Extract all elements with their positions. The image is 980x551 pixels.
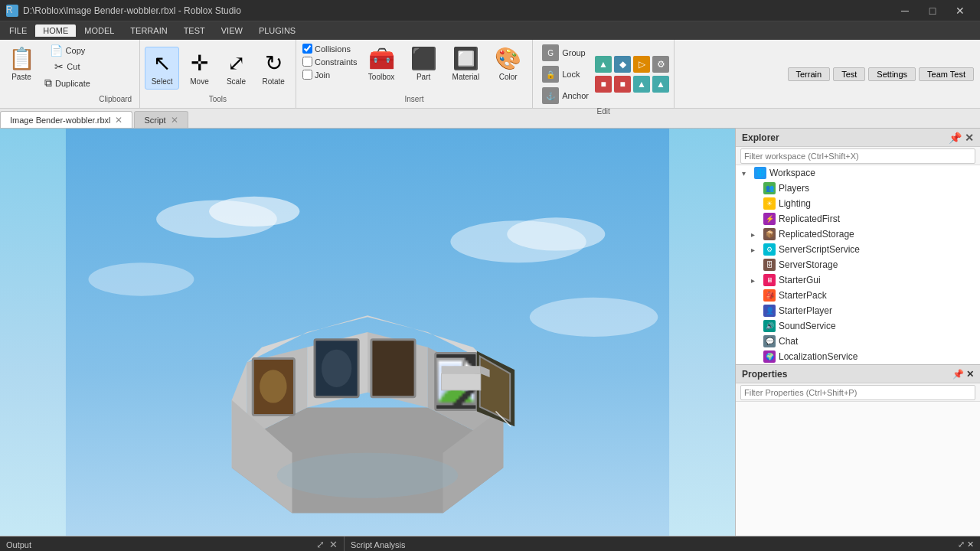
select-icon: ↖ [153, 51, 171, 76]
terrain-icon8[interactable]: ▲ [652, 76, 669, 93]
tree-item-starterplayer[interactable]: 👤StarterPlayer [736, 303, 980, 318]
tree-item-replicatedstorage[interactable]: ▸📦ReplicatedStorage [736, 227, 980, 242]
move-button[interactable]: ✛ Move [182, 47, 216, 89]
terrain-icon1[interactable]: ▲ [595, 56, 612, 73]
constraints-checkbox[interactable]: Constraints [301, 56, 359, 67]
tab-view[interactable]: VIEW [214, 24, 250, 37]
explorer-search-input[interactable] [740, 148, 975, 164]
terrain-icon3[interactable]: ▷ [633, 56, 650, 73]
output-expand-button[interactable]: ⤢ [316, 539, 325, 550]
lock-button[interactable]: 🔒 Lock [537, 64, 593, 84]
explorer-panel: Explorer 📌 ✕ ▾🌐Workspace 👥Players ☀Light… [736, 129, 980, 365]
tree-item-players[interactable]: 👥Players [736, 181, 980, 196]
tree-item-replicatedfirst[interactable]: ⚡ReplicatedFirst [736, 211, 980, 227]
tree-item-icon: 💬 [763, 335, 776, 347]
test-tab[interactable]: Test [833, 67, 865, 81]
collisions-checkbox[interactable]: Collisions [301, 43, 359, 54]
duplicate-icon: ⧉ [44, 77, 52, 90]
tree-item-soundservice[interactable]: 🔊SoundService [736, 318, 980, 334]
tab-document-1-label: Image Bender-wobbler.rbxl [10, 116, 110, 125]
terrain-icon2[interactable]: ◆ [614, 56, 631, 73]
output-close-button[interactable]: ✕ [329, 539, 338, 550]
paste-label: Paste [11, 73, 31, 81]
tree-item-starterpack[interactable]: 🎒StarterPack [736, 288, 980, 303]
select-button[interactable]: ↖ Select [145, 47, 180, 90]
tab-buttons-row: Terrain Test Settings Team Test [788, 67, 975, 81]
tree-item-label: ServerStorage [779, 259, 838, 270]
rotate-button[interactable]: ↻ Rotate [256, 47, 290, 89]
tab-document-1[interactable]: Image Bender-wobbler.rbxl ✕ [0, 111, 132, 128]
maximize-button[interactable]: □ [919, 0, 946, 21]
tree-item-label: StarterPlayer [779, 305, 832, 316]
toolbox-button[interactable]: 🧰 Toolbox [362, 43, 401, 84]
part-button[interactable]: ⬛ Part [404, 43, 443, 84]
group-icon: G [542, 44, 559, 61]
properties-pin-button[interactable]: 📌 [952, 369, 964, 380]
duplicate-button[interactable]: ⧉ Duplicate [40, 75, 95, 91]
tab-document-2-close[interactable]: ✕ [171, 115, 178, 126]
explorer-pin-button[interactable]: 📌 [949, 132, 962, 144]
minimize-button[interactable]: ─ [891, 0, 919, 21]
settings-tab[interactable]: Settings [868, 67, 916, 81]
collisions-input[interactable] [302, 44, 312, 54]
properties-close-button[interactable]: ✕ [966, 369, 974, 380]
close-button[interactable]: ✕ [946, 0, 974, 21]
tab-home[interactable]: HOME [35, 24, 76, 37]
script-analysis-close-button[interactable]: ✕ [967, 540, 974, 549]
tree-item-startergui[interactable]: ▸🖥StarterGui [736, 272, 980, 288]
viewport[interactable] [0, 129, 735, 536]
material-button[interactable]: 🔲 Material [446, 43, 486, 84]
tab-file[interactable]: FILE [2, 24, 34, 37]
tabs-bar: Image Bender-wobbler.rbxl ✕ Script ✕ [0, 109, 980, 129]
expand-arrow[interactable]: ▾ [742, 169, 751, 178]
tree-item-serverstorage[interactable]: 🗄ServerStorage [736, 257, 980, 272]
group-button[interactable]: G Group [537, 43, 593, 63]
properties-controls: 📌 ✕ [952, 369, 974, 380]
tree-item-label: Workspace [769, 168, 815, 178]
color-button[interactable]: 🎨 Color [488, 43, 528, 84]
join-input[interactable] [302, 70, 312, 80]
tab-model[interactable]: MODEL [77, 24, 122, 37]
output-panel: Output ⤢ ✕ 08:56:16.064 - Image Bender-w… [0, 536, 345, 551]
constraints-input[interactable] [302, 57, 312, 67]
tab-test[interactable]: TEST [176, 24, 213, 37]
tree-item-serverscriptservice[interactable]: ▸⚙ServerScriptService [736, 242, 980, 257]
expand-arrow[interactable]: ▸ [751, 276, 760, 285]
terrain-icon6[interactable]: ■ [614, 76, 631, 93]
paste-button[interactable]: 📋 Paste [5, 43, 38, 84]
terrain-tab[interactable]: Terrain [788, 67, 831, 81]
join-checkbox[interactable]: Join [301, 69, 359, 80]
main-content: Explorer 📌 ✕ ▾🌐Workspace 👥Players ☀Light… [0, 129, 980, 536]
tree-item-chat[interactable]: 💬Chat [736, 334, 980, 349]
tree-item-label: LocalizationService [779, 351, 858, 362]
tree-item-label: ServerScriptService [779, 244, 860, 255]
expand-arrow[interactable]: ▸ [751, 246, 760, 254]
scale-button[interactable]: ⤢ Scale [219, 47, 253, 89]
insert-row: Collisions Constraints Join 🧰 Toolbox ⬛ … [301, 43, 528, 93]
tree-item-label: ReplicatedStorage [779, 229, 854, 240]
team-test-tab[interactable]: Team Test [919, 67, 974, 81]
rotate-icon: ↻ [265, 51, 283, 76]
insert-section: Collisions Constraints Join 🧰 Toolbox ⬛ … [296, 40, 533, 108]
tab-document-2-label: Script [144, 116, 165, 125]
script-analysis-expand-button[interactable]: ⤢ [958, 540, 965, 549]
tree-item-workspace[interactable]: ▾🌐Workspace [736, 165, 980, 181]
tab-buttons: Terrain Test Settings Team Test [782, 40, 981, 108]
tab-plugins[interactable]: PLUGINS [251, 24, 303, 37]
tab-document-1-close[interactable]: ✕ [115, 115, 122, 126]
properties-search-input[interactable] [740, 385, 975, 400]
anchor-button[interactable]: ⚓ Anchor [537, 86, 593, 106]
tree-item-lighting[interactable]: ☀Lighting [736, 196, 980, 211]
explorer-close-button[interactable]: ✕ [965, 132, 974, 144]
expand-arrow[interactable]: ▸ [751, 230, 760, 239]
tree-item-localizationservice[interactable]: 🌍LocalizationService [736, 349, 980, 364]
terrain-icon7[interactable]: ▲ [633, 76, 650, 93]
cut-icon: ✂ [54, 60, 64, 73]
right-panel: Explorer 📌 ✕ ▾🌐Workspace 👥Players ☀Light… [735, 129, 980, 536]
tab-terrain[interactable]: TERRAIN [122, 24, 175, 37]
cut-button[interactable]: ✂ Cut [50, 59, 84, 74]
terrain-icon4[interactable]: ⚙ [652, 56, 669, 73]
terrain-icon5[interactable]: ■ [595, 76, 612, 93]
copy-button[interactable]: 📄 Copy [45, 43, 90, 58]
tab-document-2[interactable]: Script ✕ [134, 111, 188, 128]
